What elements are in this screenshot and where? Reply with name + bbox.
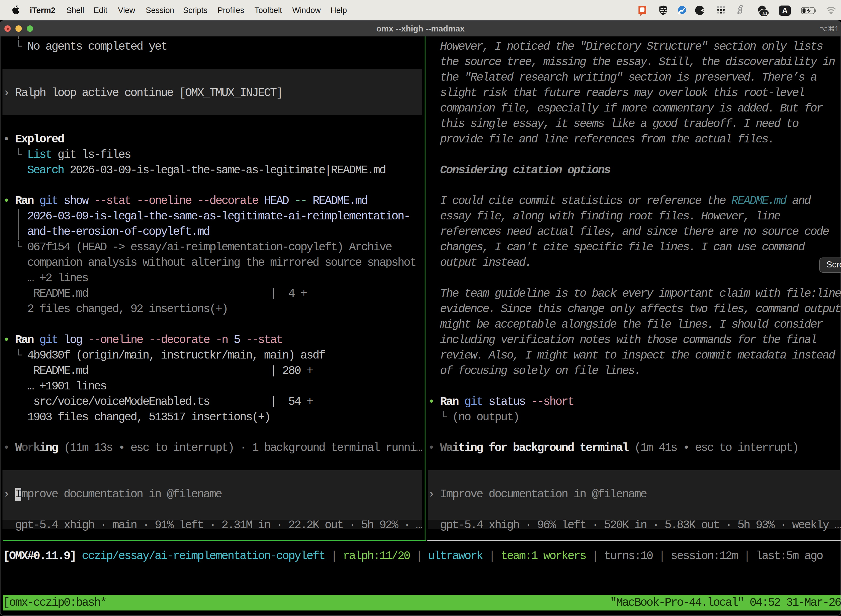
svg-text:..61: ..61: [760, 11, 768, 15]
